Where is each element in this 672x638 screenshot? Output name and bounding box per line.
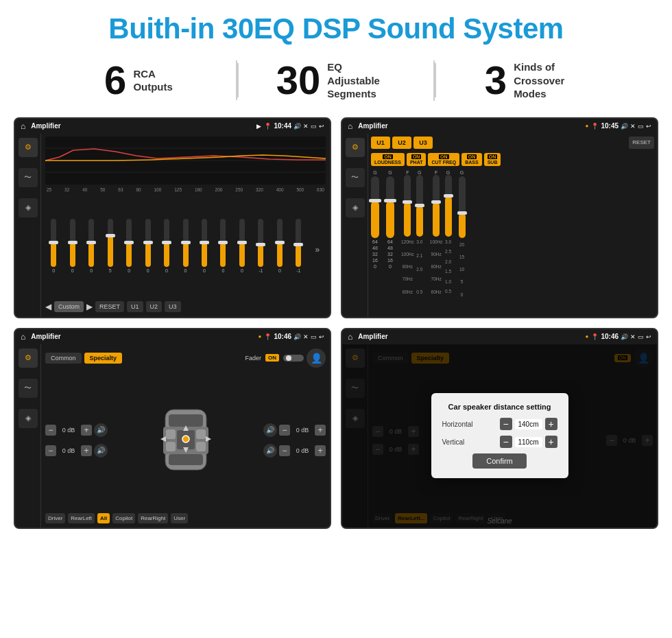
modal-confirm-button[interactable]: Confirm (472, 453, 527, 469)
pos-all-btn[interactable]: All (97, 513, 110, 523)
fader-on-badge[interactable]: ON (265, 354, 279, 362)
pos-driver-btn[interactable]: Driver (45, 513, 65, 523)
eq-u1-btn[interactable]: U1 (127, 301, 143, 312)
eq-tune-icon[interactable]: ⚙ (19, 138, 38, 157)
eq-u2-btn[interactable]: U2 (146, 301, 163, 312)
window-icon-dialog[interactable]: ▭ (638, 333, 644, 340)
amp-tune-icon[interactable]: ⚙ (346, 138, 365, 157)
eq-prev-btn[interactable]: ◀ (45, 302, 51, 311)
toggle-phat[interactable]: ON PHAT (407, 153, 427, 166)
pos-rearleft-btn[interactable]: RearLeft (68, 513, 95, 523)
header: Buith-in 30EQ DSP Sound System (0, 0, 672, 51)
modal-vertical-minus[interactable]: − (500, 436, 512, 448)
home-icon-common[interactable]: ⌂ (21, 332, 25, 342)
common-speaker-icon[interactable]: ◈ (19, 409, 38, 428)
eq-slider-11: 0 (234, 219, 250, 273)
home-icon[interactable]: ⌂ (21, 121, 25, 131)
eq-slider-10: 0 (215, 219, 231, 273)
modal-overlay: Car speaker distance setting Horizontal … (342, 344, 657, 528)
vol-control-rl: − 0 dB + 🔊 (45, 444, 108, 458)
back-icon[interactable]: ↩ (319, 123, 324, 130)
back-icon-common[interactable]: ↩ (319, 333, 324, 340)
vol-minus-fl[interactable]: − (45, 425, 56, 436)
amp-speaker-icon[interactable]: ◈ (346, 198, 365, 217)
stats-row: 6 RCAOutputs 30 EQ AdjustableSegments 3 … (0, 51, 672, 110)
eq-u3-btn[interactable]: U3 (165, 301, 181, 312)
back-icon-dialog[interactable]: ↩ (646, 333, 651, 340)
vol-minus-rl[interactable]: − (45, 445, 56, 456)
ch-u2-btn[interactable]: U2 (392, 137, 411, 149)
common-wave-icon[interactable]: 〜 (19, 379, 38, 398)
eq-slider-4: 5 (101, 219, 118, 273)
home-icon-amp[interactable]: ⌂ (348, 121, 352, 131)
vol-plus-fr[interactable]: + (315, 425, 326, 436)
eq-custom-btn[interactable]: Custom (54, 301, 84, 312)
svg-point-13 (182, 436, 189, 442)
common-screen-body: ⚙ 〜 ◈ Common Specialty Fader ON (15, 344, 330, 528)
toggle-cutfreq[interactable]: ON CUT FREQ (428, 153, 459, 166)
close-icon-common[interactable]: ✕ (303, 333, 309, 340)
vol-minus-fr[interactable]: − (279, 425, 290, 436)
home-icon-dialog[interactable]: ⌂ (348, 332, 352, 342)
modal-title: Car speaker distance setting (442, 403, 557, 411)
tab-common-btn[interactable]: Common (45, 353, 82, 364)
window-icon[interactable]: ▭ (311, 123, 317, 130)
eq-slider-3: 0 (83, 219, 99, 273)
modal-horizontal-plus[interactable]: + (545, 418, 557, 430)
common-sidebar: ⚙ 〜 ◈ (15, 344, 41, 528)
fader-slider[interactable] (283, 355, 304, 362)
common-tune-icon[interactable]: ⚙ (19, 348, 38, 368)
pos-rearright-btn[interactable]: RearRight (138, 513, 168, 523)
amp-wave-icon[interactable]: 〜 (346, 168, 365, 187)
vol-val-fr: 0 dB (292, 427, 313, 434)
back-icon-amp[interactable]: ↩ (646, 123, 651, 130)
volume-icon-amp: 🔊 (621, 123, 628, 130)
vol-plus-rl[interactable]: + (81, 445, 92, 456)
modal-vertical-plus[interactable]: + (545, 436, 557, 448)
screen-amp: ⌂ Amplifier ● 📍 10:45 🔊 ✕ ▭ ↩ ⚙ 〜 ◈ U1 (341, 117, 658, 318)
svg-rect-10 (196, 429, 206, 439)
status-bar-amp: ⌂ Amplifier ● 📍 10:45 🔊 ✕ ▭ ↩ (342, 119, 657, 134)
svg-rect-12 (196, 442, 206, 451)
tab-specialty-btn[interactable]: Specialty (84, 353, 123, 364)
modal-box: Car speaker distance setting Horizontal … (431, 393, 568, 478)
vol-plus-rr[interactable]: + (315, 445, 326, 456)
close-icon-amp[interactable]: ✕ (630, 123, 636, 130)
stat-number-eq: 30 (276, 60, 321, 100)
toggle-bass[interactable]: ON BASS (461, 153, 481, 166)
screen-title-dialog: Amplifier (358, 333, 582, 340)
amp-main: U1 U2 U3 RESET ON LOUDNESS ON PHAT (368, 134, 657, 317)
profile-icon[interactable]: 👤 (307, 348, 326, 368)
screen-dialog: ⌂ Amplifier ● 📍 10:46 🔊 ✕ ▭ ↩ ⚙ 〜 ◈ (341, 328, 658, 529)
location-icon-dialog: 📍 (591, 333, 599, 340)
ch-u1-btn[interactable]: U1 (371, 137, 390, 149)
eq-next-btn[interactable]: ▶ (86, 302, 93, 311)
eq-speaker-icon[interactable]: ◈ (19, 198, 38, 217)
vol-val-rr: 0 dB (292, 447, 313, 454)
toggle-sub[interactable]: ON SUB (484, 153, 501, 166)
speaker-icon-fl: 🔊 (94, 423, 108, 437)
volume-icon-dialog: 🔊 (621, 333, 628, 340)
eq-slider-5: 0 (121, 219, 137, 273)
amp-sidebar: ⚙ 〜 ◈ (342, 134, 368, 317)
close-icon-dialog[interactable]: ✕ (630, 333, 636, 340)
amp-reset-btn[interactable]: RESET (629, 137, 654, 149)
dot-icon-amp: ● (586, 123, 589, 129)
window-icon-amp[interactable]: ▭ (638, 123, 644, 130)
window-icon-common[interactable]: ▭ (311, 333, 317, 340)
eq-reset-btn[interactable]: RESET (95, 301, 124, 312)
page-title: Buith-in 30EQ DSP Sound System (0, 12, 672, 45)
vol-minus-rr[interactable]: − (279, 445, 290, 456)
ch-u3-btn[interactable]: U3 (413, 137, 433, 149)
close-icon[interactable]: ✕ (303, 123, 309, 130)
vol-plus-fl[interactable]: + (81, 425, 92, 436)
screen-common: ⌂ Amplifier ● 📍 10:46 🔊 ✕ ▭ ↩ ⚙ 〜 ◈ (14, 328, 331, 529)
eq-wave-icon[interactable]: 〜 (19, 168, 38, 187)
toggle-loudness[interactable]: ON LOUDNESS (371, 153, 405, 166)
eq-screen-body: ⚙ 〜 ◈ (15, 134, 330, 317)
modal-horizontal-minus[interactable]: − (500, 418, 512, 430)
pos-user-btn[interactable]: User (171, 513, 188, 523)
pos-copilot-btn[interactable]: Copilot (112, 513, 135, 523)
position-buttons: Driver RearLeft All Copilot RearRight Us… (45, 513, 326, 523)
fader-row: Fader ON (245, 354, 304, 362)
